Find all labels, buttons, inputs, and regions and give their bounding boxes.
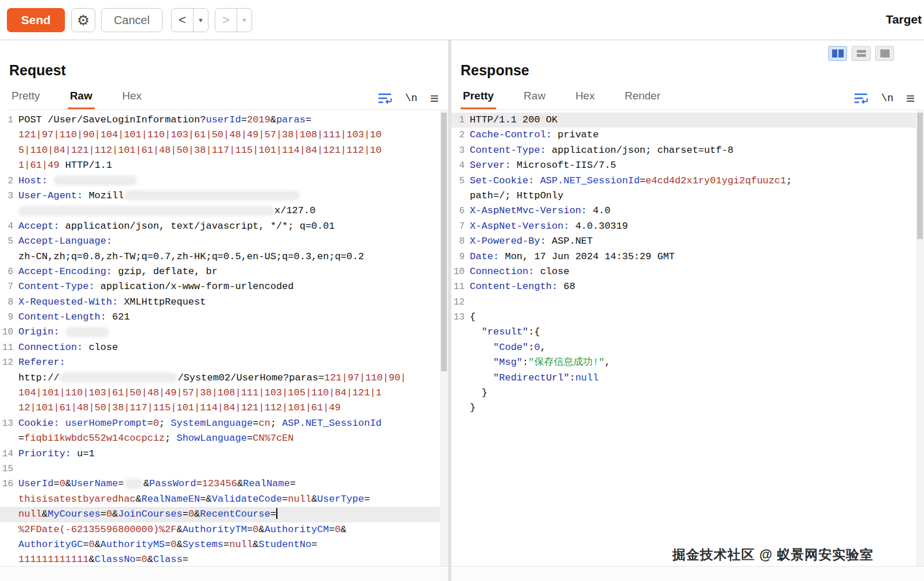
code-line[interactable]: "Code":0, [451, 340, 916, 355]
redacted-text [67, 329, 107, 336]
code-line[interactable]: 111111111111&ClassNo=0&Class= [0, 552, 440, 566]
code-line[interactable]: 10Connection: close [451, 264, 916, 279]
line-text: thisisatestbyaredhac&RealNameEN=&Validat… [18, 492, 370, 507]
code-line[interactable]: 3User-Agent: Mozill [0, 188, 440, 203]
editor-menu-icon[interactable]: ≡ [430, 93, 439, 104]
code-line[interactable]: "RedirectUrl":null [451, 371, 916, 386]
code-line[interactable]: 11Connection: close [0, 340, 440, 355]
code-line[interactable]: } [451, 386, 916, 401]
code-line[interactable]: 10Origin: [0, 325, 440, 340]
code-line[interactable]: 104|101|110|103|61|50|48|49|57|38|108|11… [0, 386, 440, 401]
code-line[interactable]: %2FDate(-62135596800000)%2F&AuthorityTM=… [0, 522, 440, 537]
code-token: application/json; charset=utf-8 [546, 145, 733, 156]
code-line[interactable]: } [451, 401, 916, 415]
request-tab-hex[interactable]: Hex [120, 90, 144, 109]
response-tab-pretty[interactable]: Pretty [461, 90, 496, 109]
code-line[interactable]: 2Host: [0, 174, 440, 188]
code-line[interactable]: 9Content-Length: 621 [0, 310, 440, 325]
code-line[interactable]: 8X-Requested-With: XMLHttpRequest [0, 295, 440, 310]
code-token: = [196, 478, 202, 489]
response-tab-hex[interactable]: Hex [573, 90, 597, 109]
code-token: HTTP/1.1 [59, 160, 112, 171]
line-number [451, 325, 470, 340]
code-line[interactable]: http:///System02/UserHome?paras=121|97|1… [0, 371, 440, 386]
request-tab-raw[interactable]: Raw [68, 90, 95, 109]
send-button[interactable]: Send [7, 8, 65, 32]
code-token: Mon, 17 Jun 2024 14:35:29 GMT [499, 251, 675, 262]
code-line[interactable]: 1|61|49 HTTP/1.1 [0, 158, 440, 173]
line-text: "Msg":"保存信息成功!", [470, 355, 610, 370]
line-number: 2 [0, 174, 18, 188]
code-line[interactable]: thisisatestbyaredhac&RealNameEN=&Validat… [0, 492, 440, 507]
code-line[interactable]: 6X-AspNetMvc-Version: 4.0 [451, 203, 916, 218]
code-line[interactable]: 1POST /User/SaveLoginInformation?userId=… [0, 113, 440, 128]
line-number: 8 [0, 295, 18, 310]
code-token: "RedirectUrl" [493, 372, 570, 383]
code-token: /System02/UserHome?paras= [177, 372, 324, 383]
code-line[interactable]: 8X-Powered-By: ASP.NET [451, 234, 916, 249]
code-line[interactable]: 1HTTP/1.1 200 OK [451, 113, 916, 128]
code-line[interactable]: 4Accept: application/json, text/javascri… [0, 219, 440, 234]
code-line[interactable]: 13Cookie: userHomePrompt=0; SystemLangua… [0, 416, 440, 431]
request-editor[interactable]: 1POST /User/SaveLoginInformation?userId=… [0, 109, 440, 566]
editor-menu-icon[interactable]: ≡ [906, 93, 915, 104]
forward-dropdown-icon[interactable]: ▼ [237, 9, 252, 32]
gear-icon[interactable]: ⚙ [71, 8, 95, 32]
code-line[interactable]: 7Content-Type: application/x-www-form-ur… [0, 279, 440, 294]
code-line[interactable]: null&MyCourses=0&JoinCourses=0&RecentCou… [0, 507, 440, 522]
response-tab-render[interactable]: Render [623, 90, 663, 109]
code-token: Systems [183, 539, 223, 550]
code-line[interactable]: "result":{ [451, 325, 916, 340]
response-tab-raw[interactable]: Raw [521, 90, 548, 109]
code-token: ; [165, 433, 176, 444]
word-wrap-icon[interactable] [853, 92, 868, 105]
newline-toggle-icon[interactable]: \n [405, 93, 417, 104]
response-editor[interactable]: 1HTTP/1.1 200 OK2Cache-Control: private3… [451, 109, 916, 566]
code-line[interactable]: 7X-AspNet-Version: 4.0.30319 [451, 219, 916, 234]
response-scrollbar[interactable] [916, 109, 924, 566]
request-tab-pretty[interactable]: Pretty [9, 90, 42, 109]
code-line[interactable]: path=/; HttpOnly [451, 188, 916, 203]
layout-rows-button[interactable] [852, 46, 871, 61]
code-line[interactable]: 6Accept-Encoding: gzip, deflate, br [0, 264, 440, 279]
line-text: X-AspNetMvc-Version: 4.0 [470, 203, 610, 218]
code-token: RealName [243, 478, 290, 489]
request-scrollbar-thumb[interactable] [441, 113, 447, 371]
code-line[interactable]: 2Cache-Control: private [451, 128, 916, 143]
columns-icon [838, 49, 844, 57]
code-line[interactable]: 5|110|84|121|112|101|61|48|50|38|117|115… [0, 143, 440, 158]
back-button[interactable]: < [172, 9, 193, 32]
code-line[interactable]: 12Referer: [0, 355, 440, 370]
code-line[interactable]: 3Content-Type: application/json; charset… [451, 143, 916, 158]
code-line[interactable]: 11Content-Length: 68 [451, 279, 916, 294]
word-wrap-icon[interactable] [377, 92, 392, 105]
cancel-button[interactable]: Cancel [101, 8, 163, 32]
newline-toggle-icon[interactable]: \n [881, 93, 894, 104]
code-line[interactable]: 15 [0, 461, 440, 476]
code-line[interactable]: 14Priority: u=1 [0, 447, 440, 461]
code-line[interactable]: zh-CN,zh;q=0.8,zh-TW;q=0.7,zh-HK;q=0.5,e… [0, 249, 440, 264]
code-line[interactable]: =fiqbi1kwbdc552w14cocpciz; ShowLanguage=… [0, 431, 440, 446]
code-token: Set-Cookie: [470, 175, 534, 186]
code-line[interactable]: 16UserId=0&UserName=&PassWord=123456&Rea… [0, 476, 440, 491]
forward-button[interactable]: > [215, 9, 237, 32]
code-line[interactable]: 12|101|61|48|50|38|117|115|101|114|84|12… [0, 401, 440, 415]
code-line[interactable]: 9Date: Mon, 17 Jun 2024 14:35:29 GMT [451, 249, 916, 264]
code-line[interactable]: 121|97|110|90|104|101|110|103|61|50|48|4… [0, 128, 440, 143]
layout-columns-button[interactable] [828, 46, 847, 61]
code-line[interactable]: 5Accept-Language: [0, 234, 440, 249]
code-line[interactable]: 4Server: Microsoft-IIS/7.5 [451, 158, 916, 173]
line-text: } [470, 386, 488, 401]
code-line[interactable]: "Msg":"保存信息成功!", [451, 355, 916, 370]
code-line[interactable]: x/127.0 [0, 203, 440, 218]
layout-single-button[interactable] [875, 46, 894, 61]
request-scrollbar[interactable] [440, 109, 448, 566]
response-scrollbar-thumb[interactable] [917, 113, 923, 239]
code-line[interactable]: 12 [451, 295, 916, 310]
code-line[interactable]: AuthorityGC=0&AuthorityMS=0&Systems=null… [0, 537, 440, 552]
line-number [451, 371, 470, 386]
back-dropdown-icon[interactable]: ▼ [193, 9, 208, 32]
code-line[interactable]: 13{ [451, 310, 916, 325]
code-line[interactable]: 5Set-Cookie: ASP.NET_SessionId=e4cd4d2x1… [451, 174, 916, 188]
code-token: = [183, 509, 188, 520]
